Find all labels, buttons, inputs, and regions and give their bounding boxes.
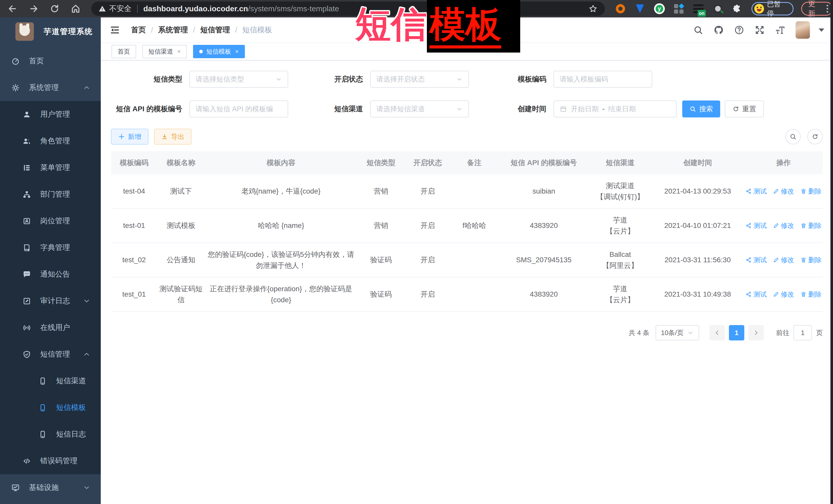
- extension-list-icon[interactable]: on: [693, 3, 704, 14]
- browser-reload-icon[interactable]: [50, 4, 60, 14]
- extension-lens-icon[interactable]: [713, 3, 723, 14]
- test-link[interactable]: 测试: [745, 255, 767, 265]
- refresh-table-button[interactable]: [807, 129, 823, 144]
- browser-profile-chip[interactable]: 已暂停: [752, 2, 794, 16]
- sidebar-item-label: 岗位管理: [40, 216, 70, 226]
- sidebar-item-audit-log[interactable]: 审计日志: [0, 288, 101, 314]
- update-label: 更新: [808, 0, 823, 19]
- tab-sms-template[interactable]: 短信模板 ×: [193, 45, 245, 58]
- pencil-icon: [773, 291, 779, 297]
- tab-home[interactable]: 首页: [112, 45, 136, 58]
- sidebar-item-users[interactable]: 用户管理: [0, 101, 101, 128]
- search-icon[interactable]: [693, 25, 703, 35]
- status-select[interactable]: 请选择开启状态: [370, 71, 469, 88]
- test-link[interactable]: 测试: [745, 289, 767, 299]
- template-code-input[interactable]: 请输入模板编码: [553, 71, 652, 88]
- sidebar-item-sms-template[interactable]: 短信模板: [0, 394, 101, 421]
- test-link[interactable]: 测试: [745, 220, 767, 231]
- font-size-icon[interactable]: [775, 25, 785, 35]
- sidebar-item-infrastructure[interactable]: 基础设施: [0, 474, 101, 501]
- goto-page-input[interactable]: 1: [793, 325, 812, 340]
- org-tree-icon: [23, 190, 31, 199]
- sidebar-item-home[interactable]: 首页: [0, 48, 101, 74]
- test-link-label: 测试: [754, 289, 767, 299]
- table-row: test-01 测试模板 哈哈哈 {name} 营销 开启 f哈哈哈 43839…: [111, 209, 823, 243]
- security-warning[interactable]: 不安全: [98, 4, 132, 14]
- breadcrumb-item[interactable]: 系统管理: [158, 25, 188, 35]
- breadcrumb-item[interactable]: 短信管理: [200, 25, 230, 35]
- sidebar-item-sms-log[interactable]: 短信日志: [0, 421, 101, 448]
- sidebar-item-system[interactable]: 系统管理: [0, 74, 101, 101]
- sidebar-item-dict[interactable]: 字典管理: [0, 234, 101, 261]
- help-icon[interactable]: [734, 25, 744, 35]
- edit-link[interactable]: 修改: [773, 220, 794, 231]
- sidebar-item-online-users[interactable]: 在线用户: [0, 314, 101, 341]
- chevron-right-icon: [753, 330, 759, 336]
- cell-channel: 芋道【云片】: [590, 281, 651, 308]
- goto-page: 前往 1 页: [776, 325, 823, 340]
- search-button[interactable]: 搜索: [682, 100, 720, 117]
- edit-link[interactable]: 修改: [773, 289, 794, 299]
- sms-type-label: 短信类型: [111, 74, 182, 84]
- browser-update-button[interactable]: 更新: [801, 2, 833, 16]
- test-link[interactable]: 测试: [745, 186, 767, 196]
- edit-link[interactable]: 修改: [773, 255, 794, 265]
- hide-search-button[interactable]: [785, 129, 801, 144]
- browser-home-icon[interactable]: [71, 4, 80, 14]
- extension-orange-icon[interactable]: [615, 3, 626, 14]
- download-icon: [161, 133, 168, 140]
- extension-grid-icon[interactable]: [673, 3, 684, 14]
- url-text[interactable]: dashboard.yudao.iocoder.cn/system/sms/sm…: [143, 4, 339, 13]
- next-page-button[interactable]: [748, 325, 764, 340]
- phone-icon: [39, 404, 47, 412]
- close-icon[interactable]: ×: [235, 48, 239, 55]
- tab-sms-channel[interactable]: 短信渠道 ×: [142, 45, 187, 58]
- extension-pin-icon[interactable]: [635, 3, 645, 14]
- browser-forward-icon[interactable]: [29, 4, 39, 14]
- edit-link[interactable]: 修改: [773, 186, 794, 196]
- bookmark-star-icon[interactable]: [588, 4, 598, 13]
- sidebar-item-roles[interactable]: 角色管理: [0, 128, 101, 154]
- sms-type-select[interactable]: 请选择短信类型: [189, 71, 288, 88]
- delete-link[interactable]: 删除: [801, 186, 822, 196]
- date-range-picker[interactable]: 开始日期 - 结束日期: [553, 100, 676, 117]
- delete-link[interactable]: 删除: [801, 289, 822, 299]
- prev-page-button[interactable]: [709, 325, 725, 340]
- fullscreen-icon[interactable]: [755, 25, 765, 35]
- sidebar-item-notices[interactable]: 通知公告: [0, 261, 101, 288]
- browser-back-icon[interactable]: [8, 4, 18, 14]
- sidebar-item-sms-channel[interactable]: 短信渠道: [0, 368, 101, 394]
- sidebar-item-label: 字典管理: [40, 242, 70, 253]
- cell-status: 开启: [405, 183, 450, 199]
- extensions-puzzle-icon[interactable]: [732, 4, 742, 14]
- delete-link[interactable]: 删除: [801, 220, 822, 231]
- reset-button[interactable]: 重置: [725, 100, 764, 117]
- github-icon[interactable]: [714, 25, 724, 35]
- sidebar-item-sms-management[interactable]: 短信管理: [0, 341, 101, 368]
- page-number-current[interactable]: 1: [729, 325, 744, 340]
- table-toolbar: 新增 导出: [111, 129, 823, 145]
- sidebar-item-label: 审计日志: [40, 296, 70, 306]
- avatar-caret-icon[interactable]: [819, 28, 824, 32]
- api-template-input[interactable]: 请输入短信 API 的模板编: [189, 100, 288, 117]
- address-bar[interactable]: 不安全 dashboard.yudao.iocoder.cn/system/sm…: [91, 2, 605, 16]
- sms-channel-select[interactable]: 请选择短信渠道: [370, 100, 469, 117]
- sidebar-item-posts[interactable]: 岗位管理: [0, 208, 101, 234]
- sidebar-item-departments[interactable]: 部门管理: [0, 181, 101, 208]
- browser-menu-icon[interactable]: [827, 5, 828, 13]
- sidebar-item-menus[interactable]: 菜单管理: [0, 154, 101, 181]
- export-button[interactable]: 导出: [154, 129, 192, 145]
- close-icon[interactable]: ×: [177, 48, 181, 55]
- page-size-select[interactable]: 10条/页: [656, 325, 699, 340]
- api-template-label: 短信 API 的模板编号: [111, 104, 182, 114]
- sidebar-fold-icon[interactable]: [110, 25, 120, 35]
- user-avatar[interactable]: [795, 21, 810, 39]
- extension-y-icon[interactable]: y: [654, 3, 665, 14]
- search-button-label: 搜索: [699, 104, 713, 114]
- add-button[interactable]: 新增: [111, 129, 148, 145]
- breadcrumb-item[interactable]: 首页: [131, 25, 146, 35]
- sidebar-item-label: 首页: [29, 56, 44, 66]
- sidebar-item-error-codes[interactable]: 错误码管理: [0, 448, 101, 474]
- shield-check-icon: [23, 350, 31, 359]
- delete-link[interactable]: 删除: [801, 255, 822, 265]
